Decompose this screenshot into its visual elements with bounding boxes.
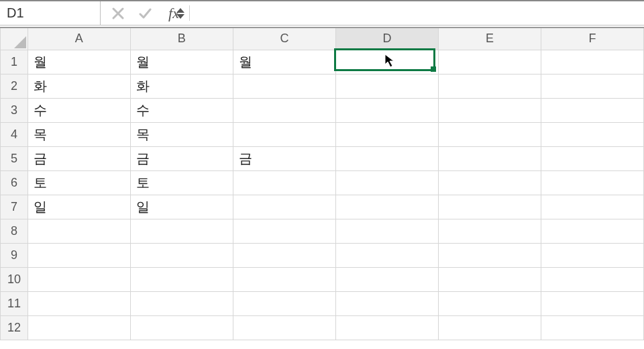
row-header-8[interactable]: 8	[1, 219, 28, 243]
row-header-10[interactable]: 10	[1, 267, 28, 291]
cell-C1[interactable]: 월	[233, 50, 335, 74]
select-all-corner[interactable]	[1, 28, 28, 50]
name-box-spinner[interactable]	[176, 8, 186, 19]
cell-D3[interactable]	[335, 98, 438, 122]
row-header-5[interactable]: 5	[1, 146, 28, 170]
cell-B1[interactable]: 월	[130, 50, 233, 74]
cell-B7[interactable]: 일	[130, 195, 233, 219]
spreadsheet-grid: A B C D E F 1월월월2화화3수수4목목5금금금6토토7일일89101…	[0, 28, 644, 340]
row-header-11[interactable]: 11	[1, 291, 28, 315]
cell-C9[interactable]	[233, 243, 335, 267]
column-header-A[interactable]: A	[28, 28, 130, 50]
cell-A9[interactable]	[28, 243, 130, 267]
cell-B6[interactable]: 토	[130, 170, 233, 195]
cell-E6[interactable]	[438, 170, 541, 195]
name-box[interactable]	[7, 5, 176, 21]
cell-A12[interactable]	[28, 315, 130, 340]
cell-A11[interactable]	[28, 291, 130, 315]
cell-C5[interactable]: 금	[233, 146, 335, 170]
chevron-down-icon	[176, 14, 184, 19]
divider	[189, 5, 190, 21]
cell-F9[interactable]	[541, 243, 643, 267]
cell-D4[interactable]	[335, 122, 438, 146]
cell-B3[interactable]: 수	[130, 98, 233, 122]
cell-E1[interactable]	[438, 50, 541, 74]
row-header-12[interactable]: 12	[1, 315, 28, 340]
row-header-3[interactable]: 3	[1, 98, 28, 122]
cell-F8[interactable]	[541, 219, 643, 243]
cell-B12[interactable]	[130, 315, 233, 340]
cell-A2[interactable]: 화	[28, 74, 130, 98]
row-header-6[interactable]: 6	[1, 170, 28, 195]
cell-C4[interactable]	[233, 122, 335, 146]
row-header-1[interactable]: 1	[1, 50, 28, 74]
column-header-F[interactable]: F	[541, 28, 643, 50]
cell-E11[interactable]	[438, 291, 541, 315]
cell-B9[interactable]	[130, 243, 233, 267]
cell-E4[interactable]	[438, 122, 541, 146]
cell-A7[interactable]: 일	[28, 195, 130, 219]
cell-D5[interactable]	[335, 146, 438, 170]
cell-C11[interactable]	[233, 291, 335, 315]
row-header-2[interactable]: 2	[1, 74, 28, 98]
cell-B4[interactable]: 목	[130, 122, 233, 146]
cell-C8[interactable]	[233, 219, 335, 243]
cell-A3[interactable]: 수	[28, 98, 130, 122]
cell-E10[interactable]	[438, 267, 541, 291]
row-header-7[interactable]: 7	[1, 195, 28, 219]
cell-C12[interactable]	[233, 315, 335, 340]
cell-B8[interactable]	[130, 219, 233, 243]
row-header-4[interactable]: 4	[1, 122, 28, 146]
cell-D12[interactable]	[335, 315, 438, 340]
cell-C2[interactable]	[233, 74, 335, 98]
cell-E7[interactable]	[438, 195, 541, 219]
cell-C3[interactable]	[233, 98, 335, 122]
cell-D10[interactable]	[335, 267, 438, 291]
cell-D11[interactable]	[335, 291, 438, 315]
cell-B11[interactable]	[130, 291, 233, 315]
cell-D2[interactable]	[335, 74, 438, 98]
cell-F6[interactable]	[541, 170, 643, 195]
cell-F5[interactable]	[541, 146, 643, 170]
cell-F4[interactable]	[541, 122, 643, 146]
cell-F10[interactable]	[541, 267, 643, 291]
cell-D6[interactable]	[335, 170, 438, 195]
column-header-row: A B C D E F	[1, 28, 644, 50]
cell-A4[interactable]: 목	[28, 122, 130, 146]
cell-D7[interactable]	[335, 195, 438, 219]
cell-A5[interactable]: 금	[28, 146, 130, 170]
cell-A8[interactable]	[28, 219, 130, 243]
table-row: 9	[1, 243, 644, 267]
cell-B10[interactable]	[130, 267, 233, 291]
cell-F12[interactable]	[541, 315, 643, 340]
cell-F11[interactable]	[541, 291, 643, 315]
cell-C10[interactable]	[233, 267, 335, 291]
cell-B2[interactable]: 화	[130, 74, 233, 98]
cell-B5[interactable]: 금	[130, 146, 233, 170]
cell-E3[interactable]	[438, 98, 541, 122]
cell-E9[interactable]	[438, 243, 541, 267]
column-header-E[interactable]: E	[438, 28, 541, 50]
cell-E5[interactable]	[438, 146, 541, 170]
column-header-C[interactable]: C	[233, 28, 335, 50]
cell-A10[interactable]	[28, 267, 130, 291]
column-header-D[interactable]: D	[335, 28, 438, 50]
row-header-9[interactable]: 9	[1, 243, 28, 267]
cell-F2[interactable]	[541, 74, 643, 98]
cell-E2[interactable]	[438, 74, 541, 98]
cell-D9[interactable]	[335, 243, 438, 267]
cell-A1[interactable]: 월	[28, 50, 130, 74]
column-header-B[interactable]: B	[130, 28, 233, 50]
cell-D8[interactable]	[335, 219, 438, 243]
formula-input[interactable]	[191, 1, 644, 25]
cell-C7[interactable]	[233, 195, 335, 219]
table-row: 4목목	[1, 122, 644, 146]
cell-E8[interactable]	[438, 219, 541, 243]
cell-F1[interactable]	[541, 50, 643, 74]
cell-C6[interactable]	[233, 170, 335, 195]
cell-F3[interactable]	[541, 98, 643, 122]
cell-D1[interactable]	[335, 50, 438, 74]
cell-A6[interactable]: 토	[28, 170, 130, 195]
cell-F7[interactable]	[541, 195, 643, 219]
cell-E12[interactable]	[438, 315, 541, 340]
